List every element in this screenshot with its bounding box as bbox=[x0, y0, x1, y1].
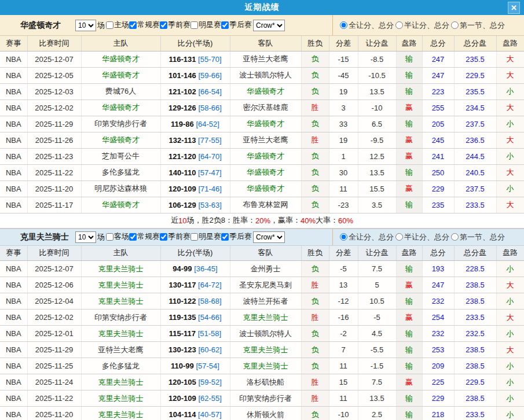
total-outcome-cell: 小 bbox=[496, 261, 524, 277]
close-button[interactable]: ✕ bbox=[508, 2, 520, 14]
filter-checkbox-preseason[interactable]: 季前赛 bbox=[160, 20, 190, 30]
handicap-cell: 13.5 bbox=[358, 390, 396, 407]
home-team-name: 克里夫兰骑士 bbox=[98, 297, 144, 305]
event-cell: NBA bbox=[0, 148, 27, 164]
total-line-cell: 240.5 bbox=[454, 164, 496, 180]
result-cell: 胜 bbox=[301, 374, 329, 390]
event-cell: NBA bbox=[0, 261, 27, 277]
checkbox-input-allstar[interactable] bbox=[190, 233, 198, 241]
result-cell: 负 bbox=[301, 358, 329, 374]
col-header-score: 比分(半场) bbox=[160, 36, 230, 51]
filter-checkbox-playoffs[interactable]: 季后赛 bbox=[221, 20, 252, 30]
event-cell: NBA bbox=[0, 83, 27, 100]
total-line-cell: 238.5 bbox=[454, 277, 496, 293]
col-header-result: 胜负 bbox=[301, 246, 329, 261]
odds-company-select[interactable]: Crow* bbox=[253, 231, 285, 243]
odds-company-select[interactable]: Crow* bbox=[253, 20, 285, 31]
total-points-cell: 209 bbox=[422, 358, 454, 374]
total-points-cell: 247 bbox=[422, 51, 454, 67]
checkbox-input-regular-season[interactable] bbox=[129, 21, 137, 29]
away-team-cell: 圣安东尼奥马刺 bbox=[230, 277, 301, 293]
score-cell: 129-126 [58-66] bbox=[160, 100, 230, 116]
handicap-outcome-cell: 输 bbox=[396, 164, 422, 180]
checkbox-input-playoffs[interactable] bbox=[221, 233, 229, 241]
total-outcome-value: 小 bbox=[507, 87, 514, 95]
halftime-score: [64-72] bbox=[198, 281, 221, 289]
handicap-outcome-value: 赢 bbox=[405, 378, 413, 386]
event-cell: NBA bbox=[0, 180, 27, 197]
result-cell: 负 bbox=[301, 67, 329, 83]
filter-checkbox-regular-season[interactable]: 常规赛 bbox=[129, 20, 160, 30]
match-row: NBA2025-12-04克里夫兰骑士110-122 [58-68]波特兰开拓者… bbox=[0, 293, 524, 310]
checkbox-input-preseason[interactable] bbox=[160, 233, 167, 241]
col-header-event: 赛事 bbox=[0, 36, 27, 51]
games-count-select[interactable]: 10 bbox=[75, 231, 96, 243]
checkbox-input-home-games[interactable] bbox=[106, 21, 113, 29]
filter-radio-first-quarter-total[interactable]: 第一节、总分 bbox=[451, 232, 505, 242]
radio-input-full-handicap-total[interactable] bbox=[340, 21, 347, 29]
date-cell: 2025-12-07 bbox=[27, 261, 81, 277]
total-outcome-value: 小 bbox=[507, 329, 514, 338]
filter-checkbox-playoffs[interactable]: 季后赛 bbox=[221, 231, 252, 242]
fulltime-score: 104-114 bbox=[168, 410, 196, 419]
filter-radio-half-handicap-total[interactable]: 半让分、总分 bbox=[395, 20, 449, 31]
filter-radio-full-handicap-total[interactable]: 全让分、总分 bbox=[340, 20, 394, 31]
event-cell: NBA bbox=[0, 358, 27, 374]
filter-radio-full-handicap-total[interactable]: 全让分、总分 bbox=[340, 232, 394, 242]
date-cell: 2025-11-20 bbox=[27, 180, 81, 197]
fulltime-score: 120-109 bbox=[168, 394, 196, 403]
radio-input-full-handicap-total[interactable] bbox=[340, 233, 347, 241]
match-row: NBA2025-12-01克里夫兰骑士115-117 [51-58]波士顿凯尔特… bbox=[0, 326, 524, 342]
event-cell: NBA bbox=[0, 197, 27, 213]
point-diff-cell: 19 bbox=[329, 132, 358, 148]
filter-checkbox-preseason[interactable]: 季前赛 bbox=[160, 231, 190, 242]
total-points-cell: 205 bbox=[422, 116, 454, 132]
home-team-name: 多伦多猛龙 bbox=[102, 168, 140, 176]
away-team-cell: 亚特兰大老鹰 bbox=[230, 51, 301, 67]
total-line-cell: 237.5 bbox=[454, 116, 496, 132]
halftime-score: [71-46] bbox=[198, 185, 221, 193]
filter-radio-first-quarter-total[interactable]: 第一节、总分 bbox=[451, 20, 505, 31]
total-line-cell: 236.5 bbox=[454, 132, 496, 148]
filter-checkbox-home-games[interactable]: 主场 bbox=[106, 20, 129, 30]
col-header-handicap: 让分盘 bbox=[358, 246, 396, 261]
games-count-select[interactable]: 10 bbox=[75, 20, 96, 31]
score-cell: 104-114 [40-57] bbox=[160, 407, 230, 420]
home-team-name: 克里夫兰骑士 bbox=[98, 329, 144, 338]
date-cell: 2025-12-07 bbox=[27, 51, 81, 67]
total-points-cell: 247 bbox=[422, 67, 454, 83]
home-team-cell: 克里夫兰骑士 bbox=[81, 374, 160, 390]
total-points-cell: 241 bbox=[422, 148, 454, 164]
team-name: 克里夫兰骑士 bbox=[20, 232, 74, 242]
checkbox-input-regular-season[interactable] bbox=[129, 233, 137, 241]
score-cell: 120-109 [62-55] bbox=[160, 390, 230, 407]
filter-radio-half-handicap-total[interactable]: 半让分、总分 bbox=[395, 232, 449, 242]
result-cell: 负 bbox=[301, 342, 329, 358]
checkbox-input-away-games[interactable] bbox=[106, 233, 113, 241]
handicap-cell: -5.5 bbox=[358, 342, 396, 358]
result-cell: 胜 bbox=[301, 100, 329, 116]
filter-checkbox-allstar[interactable]: 明星赛 bbox=[190, 231, 221, 242]
match-row: NBA2025-12-02华盛顿奇才129-126 [58-66]密尔沃基雄鹿胜… bbox=[0, 100, 524, 116]
radio-input-first-quarter-total[interactable] bbox=[451, 21, 459, 29]
radio-input-half-handicap-total[interactable] bbox=[395, 21, 403, 29]
checkbox-input-allstar[interactable] bbox=[190, 21, 198, 29]
result-value: 胜 bbox=[312, 103, 319, 112]
handicap-outcome-value: 赢 bbox=[405, 281, 413, 289]
filter-checkbox-away-games[interactable]: 客场 bbox=[106, 231, 129, 242]
filter-checkbox-allstar[interactable]: 明星赛 bbox=[190, 20, 221, 30]
checkbox-input-preseason[interactable] bbox=[160, 21, 167, 29]
total-outcome-value: 小 bbox=[507, 378, 514, 386]
radio-input-first-quarter-total[interactable] bbox=[451, 233, 459, 241]
total-outcome-cell: 大 bbox=[496, 132, 524, 148]
point-diff-cell: -45 bbox=[329, 67, 358, 83]
radio-input-half-handicap-total[interactable] bbox=[395, 233, 403, 241]
checkbox-input-playoffs[interactable] bbox=[221, 21, 229, 29]
filter-checkbox-regular-season[interactable]: 常规赛 bbox=[129, 231, 160, 242]
match-row: NBA2025-12-02印第安纳步行者119-135 [54-66]克里夫兰骑… bbox=[0, 310, 524, 326]
checkbox-label: 明星赛 bbox=[199, 20, 221, 30]
home-team-name: 印第安纳步行者 bbox=[94, 119, 147, 128]
col-header-home-team: 主队 bbox=[81, 36, 160, 51]
total-points-cell: 225 bbox=[422, 374, 454, 390]
handicap-outcome-cell: 输 bbox=[396, 342, 422, 358]
